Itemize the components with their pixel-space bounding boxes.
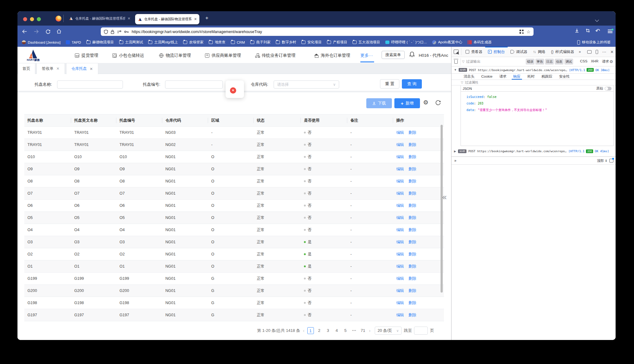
edit-link[interactable]: 编辑 — [396, 191, 404, 196]
settings-gear-icon[interactable]: ⚙ — [423, 99, 428, 106]
delete-link[interactable]: 删除 — [408, 264, 416, 269]
new-tab-button[interactable]: + — [205, 15, 208, 21]
delete-link[interactable]: 删除 — [408, 313, 416, 317]
delete-link[interactable]: 删除 — [408, 228, 416, 232]
devtools-close-icon[interactable]: ✕ — [610, 50, 614, 54]
browser-tab-inactive[interactable]: 仓库托盘 - 赫德国际物流管理系统 ✕ — [66, 14, 133, 23]
edit-link[interactable]: 编辑 — [396, 313, 404, 317]
delete-link[interactable]: 删除 — [408, 289, 416, 293]
edit-link[interactable]: 编辑 — [396, 264, 404, 269]
list-all-tabs-chevron-icon[interactable] — [595, 18, 599, 22]
log-level-chip[interactable]: 信息 — [555, 59, 563, 65]
log-level-chip[interactable]: 警告 — [535, 59, 544, 65]
close-icon[interactable]: ✕ — [90, 67, 93, 71]
refresh-icon[interactable] — [436, 100, 441, 107]
page-71[interactable]: 71 — [360, 327, 366, 334]
json-property[interactable]: data: "需要至少一个查询条件，不支持导出全部标签！" — [466, 107, 613, 113]
url-bar[interactable]: https://bookingmgr.hart-worldwide.com/#/… — [101, 27, 534, 36]
tab-security[interactable]: 安全性 — [556, 74, 573, 80]
edit-link[interactable]: 编辑 — [396, 240, 404, 244]
log-type-filter[interactable]: XHR — [591, 59, 598, 64]
jump-page-input[interactable] — [414, 327, 428, 335]
warehouse-code-select[interactable]: 请选择 ∨ — [274, 80, 339, 89]
delete-link[interactable]: 删除 — [408, 203, 416, 208]
bookmark-item[interactable]: Apollo配置中心 — [432, 40, 462, 45]
mobile-bookmarks[interactable]: 移动设备上的书签 — [577, 40, 611, 45]
nav-item-more[interactable]: 更多··· — [360, 53, 373, 58]
shield-icon[interactable] — [104, 30, 108, 34]
screenshot-icon[interactable] — [586, 28, 590, 34]
url-text[interactable]: https://bookingmgr.hart-worldwide.com/#/… — [132, 30, 517, 34]
tray-code-input[interactable] — [165, 80, 223, 89]
edit-link[interactable]: 编辑 — [396, 252, 404, 256]
undo-icon[interactable]: ↶ — [595, 27, 600, 34]
delete-link[interactable]: 删除 — [408, 216, 416, 220]
devtools-menu-icon[interactable]: ⋯ — [602, 50, 606, 54]
edit-link[interactable]: 编辑 — [396, 143, 404, 147]
reset-button[interactable]: 重 置 — [380, 79, 399, 89]
console-settings-gear-icon[interactable]: ⚙ — [609, 59, 613, 64]
nav-item-supplier-bill[interactable]: 供应商账单管理 — [205, 53, 241, 58]
tab-sign-receipt[interactable]: 签收单✕ — [37, 63, 65, 74]
console-input-row[interactable]: » 顶部 ⇕ — [451, 157, 616, 165]
edit-link[interactable]: 编辑 — [396, 179, 404, 183]
tab-request[interactable]: 请求 — [496, 74, 510, 80]
bookmark-item[interactable]: 哔哩哔哩 ( ´ - ` )つ口... — [385, 40, 427, 45]
devtools-tab-console[interactable]: 控制台 — [485, 47, 508, 57]
menu-button[interactable] — [608, 28, 612, 33]
expand-arrow-icon[interactable]: ▼ — [454, 68, 457, 71]
qr-code-icon[interactable] — [519, 30, 524, 34]
bookmark-item[interactable]: 土流网stg/线上 — [148, 40, 178, 45]
search-button[interactable]: 查 询 — [402, 79, 422, 89]
collapse-panel-handle[interactable]: « — [442, 192, 447, 202]
forward-button[interactable] — [34, 29, 39, 35]
raw-toggle[interactable] — [605, 87, 612, 90]
bookmark-item[interactable]: 五大连池项目 — [353, 40, 380, 45]
delete-link[interactable]: 删除 — [408, 179, 416, 183]
page-size-select[interactable]: 20 条/页∨ — [375, 327, 402, 335]
next-page-button[interactable]: › — [368, 328, 371, 333]
user-account[interactable]: H016 - 代伟Anc — [419, 53, 448, 58]
page-4[interactable]: 4 — [334, 327, 340, 334]
bookmark-item[interactable]: 赫德物流项目 — [86, 40, 114, 45]
delete-link[interactable]: 删除 — [408, 167, 416, 171]
expand-arrow-icon[interactable]: ▶ — [454, 150, 456, 153]
log-type-filter[interactable]: 请求 — [602, 59, 609, 64]
json-property[interactable]: code: 203 — [466, 100, 613, 107]
bookmark-item[interactable]: 土流网测试 — [119, 40, 143, 45]
log-level-chip[interactable]: 调试 — [564, 59, 573, 65]
tray-name-input[interactable] — [57, 80, 123, 89]
zoom-window-button[interactable] — [37, 17, 41, 21]
edit-link[interactable]: 编辑 — [396, 155, 404, 159]
add-button[interactable]: +新增 — [394, 98, 420, 108]
bookmark-item[interactable]: 数字乡村 — [276, 40, 296, 45]
minimize-window-button[interactable] — [30, 17, 34, 21]
edit-link[interactable]: 编辑 — [396, 130, 404, 135]
lock-icon[interactable] — [111, 30, 114, 34]
network-request-row[interactable]: ▼ XHR POST https://bookingwmsmgr.hart-wo… — [451, 66, 616, 73]
log-level-chip[interactable]: 日志 — [545, 59, 554, 65]
bookmark-item[interactable]: CRM — [231, 41, 245, 44]
prev-page-button[interactable]: ‹ — [302, 328, 305, 333]
page-3[interactable]: 3 — [325, 327, 331, 334]
devtools-tab-style-editor[interactable]: {}样式编辑器 — [548, 47, 577, 57]
bookmark-item[interactable]: 安化项目 — [301, 40, 322, 45]
tab-timings[interactable]: 耗时 — [524, 74, 538, 80]
dock-icon[interactable] — [587, 50, 592, 54]
tab-warehouse-tray[interactable]: 仓库托盘✕ — [66, 63, 98, 74]
nav-item-overseas[interactable]: 海外仓订单管理 — [314, 53, 350, 58]
devtools-tab-debugger[interactable]: 调试器 — [508, 47, 530, 57]
delete-link[interactable]: 删除 — [408, 191, 416, 196]
delete-link[interactable]: 删除 — [408, 301, 416, 305]
delete-link[interactable]: 删除 — [408, 143, 416, 147]
close-icon[interactable]: ✕ — [56, 66, 60, 71]
clear-console-icon[interactable] — [454, 60, 458, 64]
nav-item-parcel[interactable]: 小包仓储转运 — [112, 53, 144, 58]
close-window-button[interactable] — [23, 17, 27, 21]
tab-close-icon[interactable]: ✕ — [194, 17, 197, 21]
network-request-row[interactable]: ▶ XHR POST https://bookingwmsmgr.hart-wo… — [451, 146, 616, 157]
tab-headers[interactable]: 消息头 — [460, 74, 478, 80]
edit-link[interactable]: 编辑 — [396, 276, 404, 281]
delete-link[interactable]: 删除 — [408, 130, 416, 135]
page-1[interactable]: 1 — [307, 327, 314, 334]
